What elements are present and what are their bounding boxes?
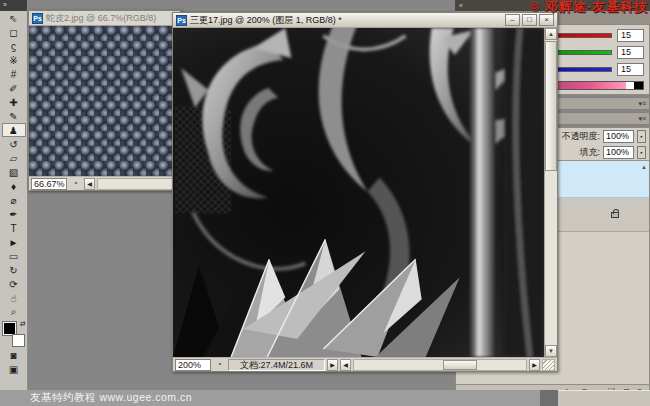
- blue-value-field[interactable]: 15: [617, 63, 644, 76]
- painting-document-window: Ps 三更17.jpg @ 200% (图层 1, RGB/8) * – □ ×: [172, 12, 558, 372]
- history-brush-tool[interactable]: ↺: [2, 137, 26, 151]
- panel-menu-icon[interactable]: ▾≡: [638, 100, 646, 108]
- status-menu-arrow[interactable]: ▶: [327, 359, 338, 371]
- panel-collapse-icon[interactable]: «: [459, 2, 463, 9]
- brush-tool[interactable]: ✎: [2, 109, 26, 123]
- bottom-watermark-bar: 友基特约教程 www.ugee.com.cn: [0, 390, 650, 406]
- document-size-info: 文档:27.4M/21.6M: [228, 359, 325, 371]
- lock-icon: [611, 212, 619, 218]
- orbit-3d-tool[interactable]: ⟳: [2, 277, 26, 291]
- painting-zoom-field[interactable]: 200%: [175, 359, 211, 371]
- texture-document-window: Ps 蛇皮2.jpg @ 66.7%(RGB/8) 66.67% ◔ ◀: [28, 10, 181, 191]
- fill-spinner[interactable]: ‣: [637, 146, 646, 159]
- texture-hscroll-track[interactable]: [97, 178, 178, 190]
- white-swatch[interactable]: [626, 82, 634, 89]
- bottom-bar-light-segment: [558, 390, 650, 406]
- rectangle-shape-tool[interactable]: ▭: [2, 249, 26, 263]
- magic-wand-tool[interactable]: ※: [2, 53, 26, 67]
- painting-window-titlebar[interactable]: Ps 三更17.jpg @ 200% (图层 1, RGB/8) * – □ ×: [173, 13, 557, 28]
- horizontal-scroll-thumb[interactable]: [443, 360, 477, 370]
- eyedropper-tool[interactable]: ✐: [2, 81, 26, 95]
- texture-window-titlebar[interactable]: Ps 蛇皮2.jpg @ 66.7%(RGB/8): [29, 11, 180, 26]
- rotate-3d-tool[interactable]: ↻: [2, 263, 26, 277]
- move-tool[interactable]: ⇖: [2, 11, 26, 25]
- lasso-tool[interactable]: ϛ: [2, 39, 26, 53]
- color-chips: ⇄: [2, 321, 26, 348]
- scroll-left-button[interactable]: ◀: [340, 359, 351, 371]
- texture-window-title: 蛇皮2.jpg @ 66.7%(RGB/8): [46, 12, 156, 25]
- fill-label: 填充:: [579, 146, 600, 159]
- opacity-label: 不透明度:: [561, 130, 600, 143]
- minimize-button[interactable]: –: [505, 14, 520, 26]
- scroll-left-button[interactable]: ◀: [84, 178, 95, 190]
- painting-window-title: 三更17.jpg @ 200% (图层 1, RGB/8) *: [190, 14, 342, 27]
- black-swatch[interactable]: [634, 82, 643, 89]
- layer-list-scroll-up-icon[interactable]: ▲: [641, 164, 647, 170]
- vertical-scroll-track[interactable]: [545, 172, 557, 345]
- red-value-field[interactable]: 15: [617, 29, 644, 42]
- resize-grip[interactable]: [542, 359, 555, 371]
- scroll-right-button[interactable]: ▶: [529, 359, 540, 371]
- painting-canvas-art: [173, 28, 544, 357]
- quick-mask-icon[interactable]: ◙: [2, 348, 26, 362]
- zoom-tool[interactable]: ⌕: [2, 305, 26, 319]
- photoshop-workspace: « 颜色 15 15 15 ▾≡: [0, 0, 650, 406]
- crop-tool[interactable]: #: [2, 67, 26, 81]
- texture-window-statusbar: 66.67% ◔ ◀: [29, 176, 180, 190]
- type-tool[interactable]: T: [2, 221, 26, 235]
- hand-tool[interactable]: ☝: [2, 291, 26, 305]
- ps-file-icon: Ps: [32, 13, 43, 24]
- ps-file-icon: Ps: [176, 15, 187, 26]
- tools-palette: » ⇖ ◻ ϛ ※ # ✐ ✚ ✎ ♟ ↺ ▱ ▧ ♦ ⌀ ✒ T ► ▭ ↻ …: [0, 0, 28, 392]
- horizontal-scroll-track[interactable]: [353, 359, 527, 371]
- vertical-scroll-thumb[interactable]: [545, 41, 557, 171]
- painting-window-statusbar: 200% ◔ 文档:27.4M/21.6M ▶ ◀ ▶: [173, 357, 557, 371]
- rectangular-marquee-tool[interactable]: ◻: [2, 25, 26, 39]
- texture-zoom-field[interactable]: 66.67%: [31, 178, 67, 190]
- status-icon: ◔: [213, 360, 226, 369]
- dodge-tool[interactable]: ⌀: [2, 193, 26, 207]
- eraser-tool[interactable]: ▱: [2, 151, 26, 165]
- screen-mode-icon[interactable]: ▣: [2, 362, 26, 376]
- top-watermark-text: © 邓辉途·友基科技: [529, 0, 648, 16]
- opacity-spinner[interactable]: ‣: [637, 130, 646, 143]
- scroll-up-button[interactable]: ▲: [545, 28, 557, 40]
- clone-stamp-tool[interactable]: ♟: [2, 123, 26, 137]
- texture-canvas-image[interactable]: [29, 26, 180, 176]
- background-color-swatch[interactable]: [12, 334, 25, 347]
- toolbar-collapse-icon[interactable]: »: [3, 1, 7, 8]
- pen-tool[interactable]: ✒: [2, 207, 26, 221]
- swap-colors-icon[interactable]: ⇄: [20, 320, 26, 328]
- toolbar-collapse-strip[interactable]: »: [0, 0, 27, 11]
- opacity-field[interactable]: 100%: [603, 130, 634, 143]
- gradient-tool[interactable]: ▧: [2, 165, 26, 179]
- bottom-watermark-text: 友基特约教程 www.ugee.com.cn: [30, 391, 192, 405]
- vertical-scrollbar[interactable]: ▲ ▼: [544, 28, 557, 357]
- fill-field[interactable]: 100%: [603, 146, 634, 159]
- blur-tool[interactable]: ♦: [2, 179, 26, 193]
- painting-canvas[interactable]: [173, 28, 544, 357]
- spot-healing-brush-tool[interactable]: ✚: [2, 95, 26, 109]
- status-icon: ◔: [69, 179, 82, 188]
- green-value-field[interactable]: 15: [617, 46, 644, 59]
- bottom-bar-dark-segment: [540, 390, 558, 406]
- path-selection-tool[interactable]: ►: [2, 235, 26, 249]
- panel-menu-icon[interactable]: ▾≡: [638, 115, 646, 123]
- scroll-down-button[interactable]: ▼: [545, 345, 557, 357]
